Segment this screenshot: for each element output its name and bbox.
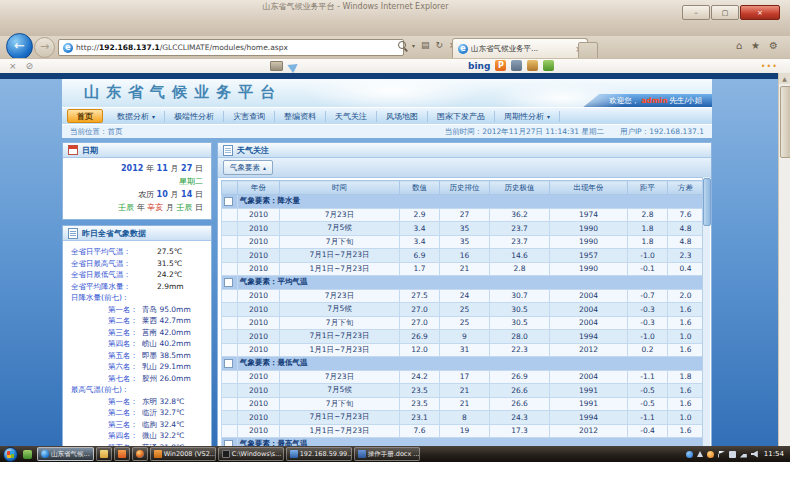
table-row[interactable]: 20107月23日27.52430.72004-0.72.0 xyxy=(222,289,704,303)
group-row[interactable]: 气象要素：最低气温 xyxy=(222,357,704,371)
date-token: 日 xyxy=(195,164,203,173)
menu-item-5[interactable]: 天气关注 xyxy=(326,111,377,122)
cell: -0.3 xyxy=(628,316,668,330)
rank-label: 第四名： xyxy=(66,430,138,442)
menu-item-8[interactable]: 周期性分析▾ xyxy=(495,111,560,122)
cell: 7月5候 xyxy=(280,303,400,317)
table-row[interactable]: 20107月5候3.43523.719901.84.8 xyxy=(222,222,704,236)
tray-orange-icon[interactable] xyxy=(707,451,714,458)
addon-palette-icon[interactable] xyxy=(527,60,538,71)
addon-puzzle-icon[interactable] xyxy=(543,60,554,71)
taskbar-button-remote[interactable]: 192.168.59.99... xyxy=(286,447,352,461)
compat-view-icon[interactable]: ▤ xyxy=(421,40,430,50)
taskbar-button-word[interactable]: 操作手册.docx ... xyxy=(354,447,420,461)
group-row[interactable]: 气象要素：降水量 xyxy=(222,195,704,209)
menu-item-6[interactable]: 风场地图 xyxy=(377,111,428,122)
menu-item-4[interactable]: 整编资料 xyxy=(275,111,326,122)
browser-scrollbar[interactable]: ▲ ▼ xyxy=(778,73,790,462)
table-row[interactable]: 20107月23日24.21726.92004-1.11.8 xyxy=(222,370,704,384)
cell: 2010 xyxy=(238,262,280,276)
table-row[interactable]: 20107月5候23.52126.61991-0.51.6 xyxy=(222,384,704,398)
group-row[interactable]: 气象要素：平均气温 xyxy=(222,276,704,290)
weather-panel-title: 昨日全省气象数据 xyxy=(82,228,146,239)
tray-flag-icon[interactable] xyxy=(718,451,725,458)
close-button[interactable]: × xyxy=(740,5,780,20)
cell: 2010 xyxy=(238,330,280,344)
tools-gear-icon[interactable]: ⚙ xyxy=(769,40,778,51)
menu-item-1[interactable]: 数据分析▾ xyxy=(108,111,165,122)
addon-p-icon[interactable]: P xyxy=(495,60,506,71)
taskbar-button-label: 山东省气候... xyxy=(51,450,90,459)
more-options-icon[interactable]: ••• xyxy=(761,62,778,71)
table-row[interactable]: 20107月5候27.02530.52004-0.31.6 xyxy=(222,303,704,317)
taskbar-button-label: 操作手册.docx ... xyxy=(368,450,420,459)
back-button[interactable]: ← xyxy=(6,33,33,60)
pinned-app-icon[interactable] xyxy=(23,450,32,459)
search-caret-icon[interactable]: ▾ xyxy=(412,42,415,49)
menu-item-label: 整编资料 xyxy=(284,111,316,122)
cell: 12.0 xyxy=(400,343,440,357)
address-bar[interactable]: e http://192.168.137.1/GLCCLIMATE/module… xyxy=(58,39,404,56)
cell: 4.8 xyxy=(668,235,704,249)
menu-item-0[interactable]: 首页 xyxy=(67,109,103,123)
maximize-button[interactable]: ▢ xyxy=(711,5,739,20)
taskbar-button-app[interactable] xyxy=(114,447,130,461)
start-button[interactable] xyxy=(3,447,18,462)
tray-display-icon[interactable] xyxy=(729,451,736,458)
panel-scrollbar-thumb[interactable] xyxy=(703,178,711,226)
close-pane-icon[interactable]: × xyxy=(9,61,17,71)
addon-camera-icon[interactable] xyxy=(511,60,522,71)
refresh-icon[interactable]: ↻ xyxy=(436,40,444,50)
group-checkbox[interactable] xyxy=(224,278,233,287)
table-row[interactable]: 20107月1日~7月23日6.91614.61957-1.02.3 xyxy=(222,249,704,263)
table-row[interactable]: 20101月1日~7月23日7.61917.32012-0.41.6 xyxy=(222,424,704,438)
menu-item-7[interactable]: 国家下发产品 xyxy=(428,111,495,122)
cell: 2010 xyxy=(238,397,280,411)
search-icon[interactable] xyxy=(398,41,406,49)
cell: -0.7 xyxy=(628,289,668,303)
desktop-screen: 山东省气候业务平台 - Windows Internet Explorer – … xyxy=(0,0,790,462)
taskbar-button-console[interactable]: C:\Windows\s... xyxy=(218,447,284,461)
table-row[interactable]: 20107月下旬23.52126.61991-0.51.6 xyxy=(222,397,704,411)
taskbar-clock[interactable]: 11:54 xyxy=(764,450,784,458)
cell: 1.8 xyxy=(668,370,704,384)
menu-item-label: 周期性分析 xyxy=(504,111,544,122)
table-row[interactable]: 20101月1日~7月23日1.7212.81990-0.10.4 xyxy=(222,262,704,276)
menu-item-2[interactable]: 极端性分析 xyxy=(165,111,224,122)
table-row[interactable]: 20107月23日2.92736.219742.87.6 xyxy=(222,208,704,222)
group-checkbox[interactable] xyxy=(224,359,233,368)
forward-button[interactable]: → xyxy=(34,37,55,58)
menu-item-3[interactable]: 灾害查询 xyxy=(224,111,275,122)
minimize-button[interactable]: – xyxy=(682,5,710,20)
rank-value: 胶州 26.0mm xyxy=(142,373,191,385)
tray-arrow-icon[interactable] xyxy=(697,451,703,457)
table-row[interactable]: 20107月下旬3.43523.719901.84.8 xyxy=(222,235,704,249)
home-icon[interactable]: ⌂ xyxy=(736,40,742,51)
bing-logo[interactable]: bing xyxy=(468,61,490,71)
taskbar-button-media[interactable] xyxy=(132,447,148,461)
tab-favicon: e xyxy=(458,44,468,54)
scroll-up-icon[interactable]: ▲ xyxy=(779,73,790,84)
date-token: 27 xyxy=(181,164,195,173)
new-tab-button[interactable] xyxy=(578,42,598,59)
table-row[interactable]: 20107月1日~7月23日23.1824.31994-1.11.0 xyxy=(222,411,704,425)
ie-favicon: e xyxy=(63,43,73,53)
tray-net-icon[interactable] xyxy=(740,451,747,458)
favorites-star-icon[interactable]: ★ xyxy=(751,40,760,51)
taskbar-button-ie[interactable]: 山东省气候... xyxy=(37,447,94,461)
taskbar-button-folder[interactable] xyxy=(96,447,112,461)
tray-vol-icon[interactable] xyxy=(751,451,758,458)
group-checkbox[interactable] xyxy=(224,197,233,206)
table-row[interactable]: 20101月1日~7月23日12.03122.320120.21.6 xyxy=(222,343,704,357)
browser-tab[interactable]: e 山东省气候业务平... × xyxy=(452,38,588,59)
tray-blue-icon[interactable] xyxy=(686,451,693,458)
taskbar-button-vm[interactable]: Win2008 (VS2... xyxy=(150,447,216,461)
table-row[interactable]: 20107月下旬27.02530.52004-0.31.6 xyxy=(222,316,704,330)
plugin-cards-icon[interactable] xyxy=(270,61,283,71)
plugin-plane-icon[interactable] xyxy=(287,59,300,72)
element-filter-button[interactable]: 气象要素 ▴ xyxy=(223,160,273,175)
panel-scrollbar[interactable] xyxy=(702,177,710,457)
table-row[interactable]: 20107月1日~7月23日26.9928.01994-1.01.0 xyxy=(222,330,704,344)
cell: 21 xyxy=(440,397,490,411)
scrollbar-thumb[interactable] xyxy=(780,86,790,158)
